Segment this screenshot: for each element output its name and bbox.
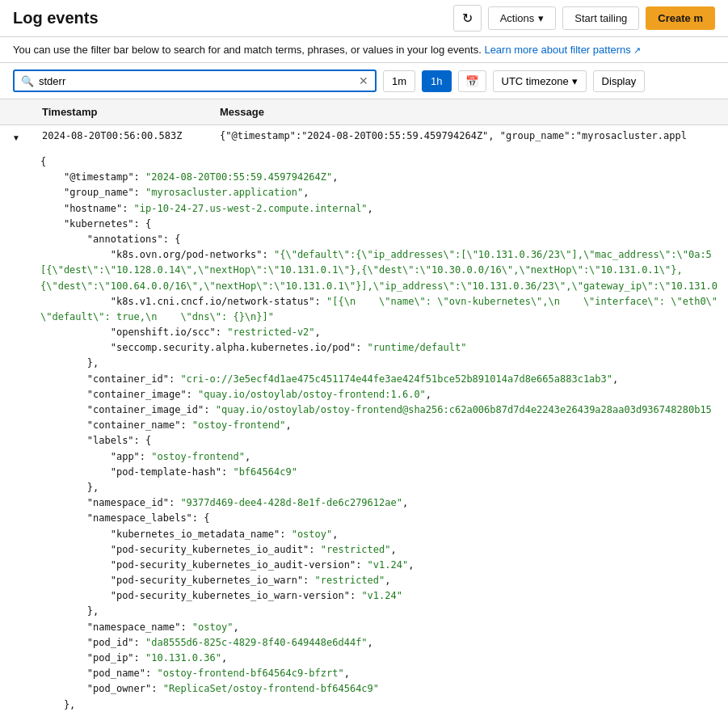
key-container-image: "container_image":: [87, 389, 198, 400]
create-button[interactable]: Create m: [646, 6, 715, 30]
key-ovn: "k8s.ovn.org/pod-networks":: [111, 249, 274, 260]
expand-cell: [0, 130, 32, 143]
key-container-name: "container_name":: [87, 419, 192, 431]
refresh-icon: ↻: [462, 11, 473, 26]
key-pod-security-warn-version: "pod-security_kubernetes_io_warn-version…: [111, 590, 362, 601]
actions-label: Actions: [500, 12, 535, 24]
info-text: You can use the filter bar below to sear…: [13, 44, 482, 56]
start-tailing-label: Start tailing: [574, 12, 627, 24]
page-title: Log events: [13, 9, 447, 27]
search-input[interactable]: [39, 75, 359, 87]
clear-icon[interactable]: ✕: [359, 74, 368, 87]
key-pod-owner: "pod_owner":: [87, 683, 163, 694]
search-icon: 🔍: [21, 75, 34, 87]
timezone-caret-icon: ▾: [572, 75, 578, 87]
key-pod-name: "pod_name":: [87, 668, 158, 679]
learn-more-link[interactable]: Learn more about filter patterns: [484, 44, 640, 56]
log-row-summary[interactable]: 2024-08-20T00:56:00.583Z {"@timestamp":"…: [0, 125, 728, 148]
table-header: Timestamp Message: [0, 99, 728, 125]
key-cni: "k8s.v1.cni.cncf.io/network-status":: [111, 296, 326, 307]
actions-button[interactable]: Actions ▾: [488, 6, 557, 30]
key-container-id: "container_id":: [87, 373, 181, 385]
key-pod-ip: "pod_ip":: [87, 652, 145, 664]
key-namespace-name: "namespace_name":: [87, 621, 192, 633]
key-pod-security-audit-version: "pod-security_kubernetes_io_audit-versio…: [111, 559, 368, 571]
key-container-image-id: "container_image_id":: [87, 404, 216, 415]
create-label: Create m: [658, 12, 703, 24]
col-expand: [0, 106, 32, 118]
key-k8s-metadata-name: "kubernetes_io_metadata_name":: [111, 529, 292, 540]
chevron-down-icon: [12, 132, 20, 143]
external-link-icon: [631, 44, 641, 56]
time-1m-button[interactable]: 1m: [383, 70, 415, 92]
timestamp-cell: 2024-08-20T00:56:00.583Z: [32, 130, 210, 143]
message-cell: {"@timestamp":"2024-08-20T00:55:59.45979…: [210, 130, 728, 143]
key-app: "app":: [111, 451, 152, 462]
key-pod-template-hash: "pod-template-hash":: [111, 466, 234, 478]
actions-caret-icon: ▾: [538, 12, 544, 24]
calendar-icon: 📅: [465, 75, 479, 87]
col-timestamp: Timestamp: [32, 106, 210, 118]
start-tailing-button[interactable]: Start tailing: [562, 6, 639, 30]
timezone-label: UTC timezone: [502, 75, 569, 87]
log-row: 2024-08-20T00:56:00.583Z {"@timestamp":"…: [0, 125, 728, 712]
col-message: Message: [210, 106, 728, 118]
search-container: 🔍 ✕: [13, 70, 377, 92]
time-1h-button[interactable]: 1h: [422, 70, 451, 92]
key-pod-id: "pod_id":: [87, 637, 145, 648]
key-namespace-id: "namespace_id":: [87, 497, 181, 508]
top-bar: Log events ↻ Actions ▾ Start tailing Cre…: [0, 0, 728, 37]
refresh-button[interactable]: ↻: [453, 5, 482, 32]
key-group-name: "group_name":: [64, 187, 145, 198]
calendar-button[interactable]: 📅: [458, 70, 486, 92]
key-openshift-scc: "openshift.io/scc":: [111, 327, 228, 338]
key-pod-security-audit: "pod-security_kubernetes_io_audit":: [111, 544, 321, 555]
log-detail: { "@timestamp": "2024-08-20T00:55:59.459…: [0, 148, 728, 712]
filter-bar: 🔍 ✕ 1m 1h 📅 UTC timezone ▾ Display: [0, 63, 728, 99]
timezone-button[interactable]: UTC timezone ▾: [493, 70, 587, 92]
key-seccomp: "seccomp.security.alpha.kubernetes.io/po…: [111, 342, 368, 353]
key-hostname: "hostname":: [64, 203, 134, 214]
info-bar: You can use the filter bar below to sear…: [0, 37, 728, 63]
display-button[interactable]: Display: [593, 70, 646, 92]
key-pod-security-warn: "pod-security_kubernetes_io_warn":: [111, 575, 315, 586]
key-timestamp: "@timestamp":: [64, 171, 145, 183]
